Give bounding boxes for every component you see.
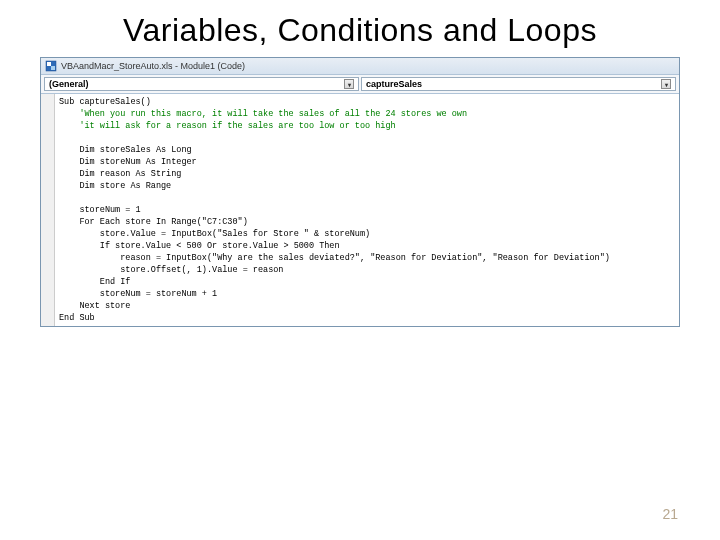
svg-rect-1 [47,62,51,66]
vba-app-icon [45,60,57,72]
code-line: storeNum = storeNum + 1 [59,289,217,299]
code-line: Dim store As Range [59,181,171,191]
procedure-dropdown-value: captureSales [366,79,422,89]
code-gutter [41,94,55,326]
vba-editor-window: VBAandMacr_StoreAuto.xls - Module1 (Code… [40,57,680,327]
code-line: End If [59,277,130,287]
object-dropdown[interactable]: (General) ▾ [44,77,359,91]
page-number: 21 [662,506,678,522]
vba-titlebar: VBAandMacr_StoreAuto.xls - Module1 (Code… [41,58,679,75]
code-line: For Each store In Range("C7:C30") [59,217,248,227]
code-line: Dim storeSales As Long [59,145,192,155]
svg-rect-2 [51,66,55,70]
vba-window-title: VBAandMacr_StoreAuto.xls - Module1 (Code… [61,61,245,71]
code-line: Next store [59,301,130,311]
chevron-down-icon: ▾ [661,79,671,89]
code-line: If store.Value < 500 Or store.Value > 50… [59,241,340,251]
code-comment: 'it will ask for a reason if the sales a… [59,121,396,131]
vba-dropdown-row: (General) ▾ captureSales ▾ [41,75,679,94]
code-line: reason = InputBox("Why are the sales dev… [59,253,610,263]
code-line: End Sub [59,313,95,323]
code-area: Sub captureSales() 'When you run this ma… [41,94,679,326]
code-comment: 'When you run this macro, it will take t… [59,109,467,119]
code-line: store.Value = InputBox("Sales for Store … [59,229,370,239]
code-line: storeNum = 1 [59,205,141,215]
code-line: Sub captureSales() [59,97,151,107]
slide-title: Variables, Conditions and Loops [40,12,680,49]
chevron-down-icon: ▾ [344,79,354,89]
code-line: Dim reason As String [59,169,181,179]
procedure-dropdown[interactable]: captureSales ▾ [361,77,676,91]
object-dropdown-value: (General) [49,79,89,89]
code-content[interactable]: Sub captureSales() 'When you run this ma… [55,94,679,326]
code-line: store.Offset(, 1).Value = reason [59,265,283,275]
code-line: Dim storeNum As Integer [59,157,197,167]
